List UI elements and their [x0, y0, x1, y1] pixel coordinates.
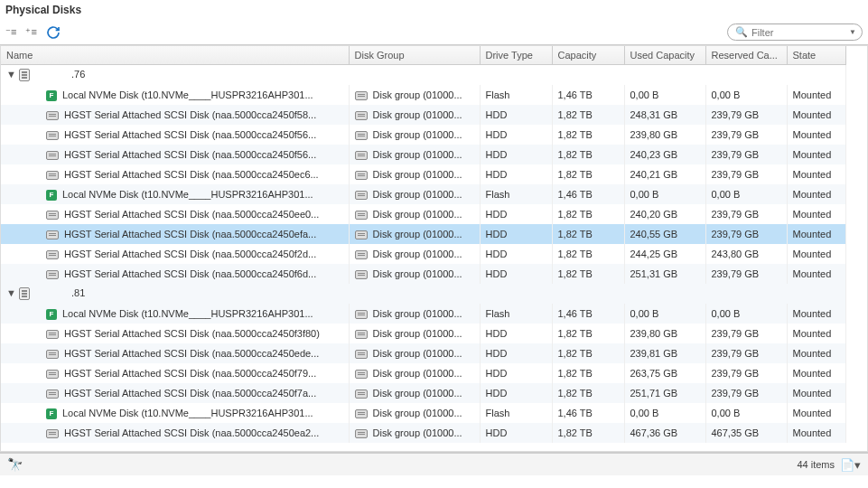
disk-row[interactable]: HGST Serial Attached SCSI Disk (naa.5000… [1, 105, 845, 125]
diskgroup-label: Disk group (01000... [373, 368, 462, 379]
disk-row[interactable]: FLocal NVMe Disk (t10.NVMe____HUSPR3216A… [1, 85, 845, 105]
toolbar: ⁻≡ ⁺≡ 🔍 ▼ [0, 20, 868, 44]
col-drivetype[interactable]: Drive Type [480, 46, 552, 65]
disk-row[interactable]: HGST Serial Attached SCSI Disk (naa.5000… [1, 383, 845, 403]
capacity: 1,82 TB [552, 383, 624, 403]
diskgroup-icon [355, 151, 368, 160]
disk-name: HGST Serial Attached SCSI Disk (naa.5000… [64, 169, 319, 180]
disk-row[interactable]: HGST Serial Attached SCSI Disk (naa.5000… [1, 145, 845, 164]
state: Mounted [787, 125, 845, 145]
host-label: .76 [71, 69, 85, 80]
disk-row[interactable]: HGST Serial Attached SCSI Disk (naa.5000… [1, 343, 845, 363]
col-name[interactable]: Name [1, 46, 349, 65]
disk-name: HGST Serial Attached SCSI Disk (naa.5000… [64, 209, 319, 220]
reserved-capacity: 239,79 GB [705, 164, 787, 184]
capacity: 1,82 TB [552, 125, 624, 145]
col-reservedcapacity[interactable]: Reserved Ca... [705, 46, 787, 65]
reserved-capacity: 239,79 GB [705, 145, 787, 164]
search-icon: 🔍 [735, 26, 748, 38]
expand-caret-icon[interactable]: ▼ [6, 287, 15, 298]
used-capacity: 240,20 GB [624, 204, 705, 224]
col-diskgroup[interactable]: Disk Group [349, 46, 480, 65]
reserved-capacity: 0,00 B [705, 184, 787, 204]
flash-icon: F [46, 309, 57, 320]
expand-all-icon[interactable]: ⁺≡ [25, 26, 36, 38]
disk-row[interactable]: HGST Serial Attached SCSI Disk (naa.5000… [1, 224, 845, 244]
disk-row[interactable]: HGST Serial Attached SCSI Disk (naa.5000… [1, 164, 845, 184]
state: Mounted [787, 224, 845, 244]
filter-box[interactable]: 🔍 ▼ [727, 23, 863, 41]
diskgroup-icon [355, 211, 368, 220]
diskgroup-label: Disk group (01000... [373, 408, 462, 418]
filter-input[interactable] [751, 27, 842, 38]
state: Mounted [787, 383, 845, 403]
used-capacity: 239,81 GB [624, 343, 705, 363]
drive-type: HDD [480, 324, 552, 343]
expand-caret-icon[interactable]: ▼ [6, 69, 15, 80]
disk-row[interactable]: HGST Serial Attached SCSI Disk (naa.5000… [1, 244, 845, 264]
drive-type: HDD [480, 363, 552, 383]
disk-name: Local NVMe Disk (t10.NVMe____HUSPR3216AH… [62, 189, 313, 200]
used-capacity: 467,36 GB [624, 423, 705, 443]
grid-scroll[interactable]: Name Disk Group Drive Type Capacity Used… [0, 45, 868, 452]
col-capacity[interactable]: Capacity [552, 46, 624, 65]
col-state[interactable]: State [787, 46, 845, 65]
refresh-icon[interactable] [46, 25, 61, 40]
dropdown-arrow-icon[interactable]: ▼ [849, 28, 856, 36]
disk-row[interactable]: HGST Serial Attached SCSI Disk (naa.5000… [1, 324, 845, 343]
diskgroup-label: Disk group (01000... [373, 427, 462, 438]
reserved-capacity: 239,79 GB [705, 224, 787, 244]
state: Mounted [787, 204, 845, 224]
capacity: 1,46 TB [552, 85, 624, 105]
capacity: 1,82 TB [552, 343, 624, 363]
used-capacity: 251,31 GB [624, 264, 705, 284]
hdd-icon [46, 250, 59, 259]
flash-icon: F [46, 90, 57, 101]
capacity: 1,82 TB [552, 224, 624, 244]
used-capacity: 0,00 B [624, 184, 705, 204]
host-group-row[interactable]: ▼.81 [1, 284, 845, 304]
state: Mounted [787, 324, 845, 343]
find-icon[interactable]: 🔭 [7, 457, 23, 472]
disk-row[interactable]: FLocal NVMe Disk (t10.NVMe____HUSPR3216A… [1, 304, 845, 324]
capacity: 1,82 TB [552, 145, 624, 164]
state: Mounted [787, 85, 845, 105]
host-icon [19, 287, 30, 300]
used-capacity: 239,80 GB [624, 324, 705, 343]
drive-type: Flash [480, 184, 552, 204]
reserved-capacity: 0,00 B [705, 304, 787, 324]
col-usedcapacity[interactable]: Used Capacity [624, 46, 705, 65]
drive-type: HDD [480, 204, 552, 224]
disk-row[interactable]: FLocal NVMe Disk (t10.NVMe____HUSPR3216A… [1, 403, 845, 423]
reserved-capacity: 239,79 GB [705, 125, 787, 145]
disk-name: HGST Serial Attached SCSI Disk (naa.5000… [64, 427, 319, 438]
disk-row[interactable]: HGST Serial Attached SCSI Disk (naa.5000… [1, 125, 845, 145]
collapse-all-icon[interactable]: ⁻≡ [5, 26, 16, 38]
disks-table: Name Disk Group Drive Type Capacity Used… [1, 46, 846, 443]
state: Mounted [787, 105, 845, 125]
used-capacity: 251,71 GB [624, 383, 705, 403]
host-icon [19, 69, 30, 81]
drive-type: HDD [480, 164, 552, 184]
diskgroup-label: Disk group (01000... [373, 388, 462, 399]
disk-name: HGST Serial Attached SCSI Disk (naa.5000… [64, 149, 316, 160]
disk-row[interactable]: HGST Serial Attached SCSI Disk (naa.5000… [1, 423, 845, 443]
state: Mounted [787, 423, 845, 443]
diskgroup-label: Disk group (01000... [373, 209, 462, 220]
reserved-capacity: 239,79 GB [705, 324, 787, 343]
drive-type: HDD [480, 264, 552, 284]
capacity: 1,82 TB [552, 105, 624, 125]
diskgroup-icon [355, 111, 368, 120]
status-bar: 🔭 44 items 📄▾ [0, 453, 868, 475]
used-capacity: 239,80 GB [624, 125, 705, 145]
disk-row[interactable]: FLocal NVMe Disk (t10.NVMe____HUSPR3216A… [1, 184, 845, 204]
disk-row[interactable]: HGST Serial Attached SCSI Disk (naa.5000… [1, 204, 845, 224]
host-group-row[interactable]: ▼.76 [1, 65, 845, 86]
diskgroup-icon [355, 171, 368, 180]
drive-type: Flash [480, 304, 552, 324]
disk-row[interactable]: HGST Serial Attached SCSI Disk (naa.5000… [1, 363, 845, 383]
capacity: 1,82 TB [552, 164, 624, 184]
export-icon[interactable]: 📄▾ [840, 458, 861, 472]
disk-row[interactable]: HGST Serial Attached SCSI Disk (naa.5000… [1, 264, 845, 284]
disk-name: HGST Serial Attached SCSI Disk (naa.5000… [64, 368, 316, 379]
